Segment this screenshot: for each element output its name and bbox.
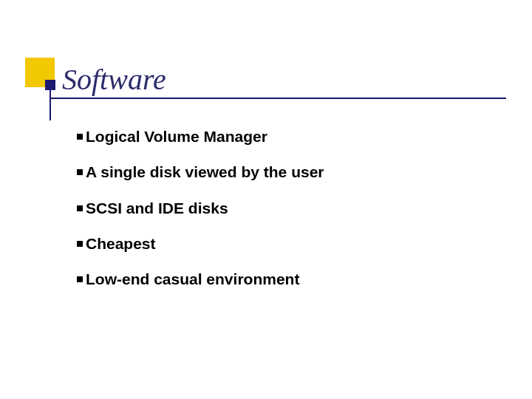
square-bullet-icon [77, 241, 83, 247]
square-bullet-icon [77, 276, 83, 282]
square-bullet-icon [77, 134, 83, 140]
bullet-text: Cheapest [86, 234, 156, 253]
bullet-text: Logical Volume Manager [86, 127, 267, 146]
list-item: A single disk viewed by the user [77, 163, 505, 182]
bullet-text: SCSI and IDE disks [86, 199, 228, 218]
bullet-text: A single disk viewed by the user [86, 163, 324, 182]
list-item: Low-end casual environment [77, 270, 505, 289]
square-bullet-icon [77, 205, 83, 211]
list-item: Cheapest [77, 234, 505, 253]
title-underline [50, 98, 506, 99]
slide-title: Software [62, 62, 166, 97]
list-item: SCSI and IDE disks [77, 199, 505, 218]
bullet-text: Low-end casual environment [86, 270, 299, 289]
bullet-list: Logical Volume Manager A single disk vie… [77, 127, 505, 305]
title-decoration [25, 58, 62, 115]
square-bullet-icon [77, 169, 83, 175]
list-item: Logical Volume Manager [77, 127, 505, 146]
navy-vertical-bar [50, 80, 51, 120]
